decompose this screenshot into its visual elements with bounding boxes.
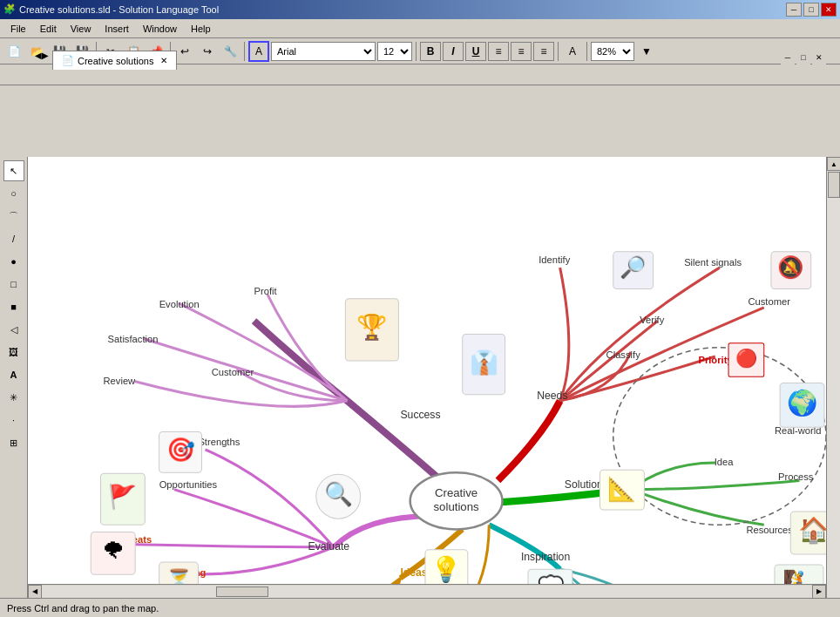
separator-4 [416,42,417,61]
title-bar: 🧩 Creative solutions.sld - Solution Lang… [0,0,840,19]
menu-window[interactable]: Window [136,22,184,36]
svg-text:Strengths: Strengths [198,437,240,447]
svg-text:Satisfaction: Satisfaction [108,334,159,344]
horizontal-scrollbar-container: ◀ ▶ [28,584,826,598]
tool-select[interactable]: ↖ [3,160,24,181]
left-sidebar: ↖ ○ ⌒ / ● □ ■ ◁ 🖼 A ✳ · ⊞ ⊳ [0,157,28,617]
tab-minimize-button[interactable]: ─ [781,51,795,64]
menu-help[interactable]: Help [184,22,218,36]
svg-text:🌍: 🌍 [787,388,818,418]
redo-button[interactable]: ↪ [197,41,218,62]
tool-curve[interactable]: ⌒ [3,206,24,227]
menu-file[interactable]: File [3,22,33,36]
scroll-track-v [827,171,840,617]
status-bar: Press Ctrl and drag to pan the map. [0,598,840,617]
tool-rect[interactable]: □ [3,274,24,295]
align-left-button[interactable]: ≡ [488,42,509,61]
scroll-up-button[interactable]: ▲ [827,157,840,171]
tool-star[interactable]: ✳ [3,387,24,408]
close-button[interactable]: ✕ [821,3,837,17]
scroll-right-button[interactable]: ▶ [812,585,826,599]
svg-text:🌪: 🌪 [102,538,125,564]
svg-text:Silent signals: Silent signals [684,257,742,268]
bold-button[interactable]: B [420,42,441,61]
svg-text:Review: Review [104,376,137,387]
tool-table[interactable]: ⊞ [3,432,24,453]
svg-text:Priority: Priority [698,355,733,365]
tool-text[interactable]: A [3,364,24,385]
svg-text:Verify: Verify [640,315,664,325]
maximize-button[interactable]: □ [803,3,819,17]
align-center-button[interactable]: ≡ [511,42,532,61]
tool-image[interactable]: 🖼 [3,342,24,363]
svg-text:🏆: 🏆 [356,312,388,342]
svg-text:Identify: Identify [539,254,570,265]
svg-text:🚩: 🚩 [108,483,138,511]
svg-text:🎯: 🎯 [166,436,196,464]
mindmap-svg: Creative solutions Success Profit Evolut… [28,157,826,617]
undo-button[interactable]: ↩ [174,41,195,62]
new-button[interactable]: 📄 [3,41,24,62]
menu-insert[interactable]: Insert [98,22,136,36]
tool-ellipse[interactable]: ○ [3,183,24,204]
svg-text:Customer: Customer [748,296,790,307]
tool-circle[interactable]: ● [3,251,24,272]
svg-text:Resources: Resources [746,525,793,535]
svg-text:Profit: Profit [254,286,278,296]
app-icon: 🧩 [3,3,16,16]
workspace: ↖ ○ ⌒ / ● □ ■ ◁ 🖼 A ✳ · ⊞ ⊳ [0,157,840,617]
italic-button[interactable]: I [443,42,464,61]
vertical-scrollbar[interactable]: ▲ ▼ [826,157,840,617]
window-controls: ─ □ ✕ [786,3,837,17]
separator-6 [586,42,587,61]
tab-label: Creative solutions [78,56,153,66]
align-right-button[interactable]: ≡ [533,42,554,61]
svg-text:🔎: 🔎 [620,254,647,281]
scroll-track-h [42,586,812,598]
svg-text:Idea: Idea [715,457,735,467]
font-selector[interactable]: Arial [271,42,376,61]
svg-text:Success: Success [400,409,440,421]
svg-text:Ideas: Ideas [400,566,427,579]
color-button[interactable]: A [562,41,583,62]
tab-bar: ◀ ▶ 📄 Creative solutions ✕ ─ □ ✕ [0,64,840,85]
tool-button[interactable]: 🔧 [220,41,240,62]
minimize-button[interactable]: ─ [786,3,802,17]
menu-edit[interactable]: Edit [33,22,64,36]
svg-text:👔: 👔 [470,349,499,376]
format-button[interactable]: A [248,41,269,62]
tab-prev-button[interactable]: ◀ [35,51,42,60]
tool-arrow[interactable]: ◁ [3,319,24,340]
scroll-left-button[interactable]: ◀ [28,585,42,599]
tab-creative-solutions[interactable]: 📄 Creative solutions ✕ [52,51,177,70]
svg-text:Classify: Classify [606,349,641,360]
zoom-dropdown-button[interactable]: ▼ [636,41,657,62]
canvas-area[interactable]: Creative solutions Success Profit Evolut… [28,157,826,617]
font-size-selector[interactable]: 12 [377,42,412,61]
svg-text:Opportunities: Opportunities [159,479,218,490]
zoom-selector[interactable]: 82% 100% 75% 50% [591,42,634,61]
underline-button[interactable]: U [465,42,486,61]
svg-rect-0 [28,161,826,617]
svg-text:Process: Process [778,471,814,482]
svg-text:🔕: 🔕 [777,254,804,281]
scroll-thumb-v[interactable] [828,172,840,198]
svg-text:🏠: 🏠 [798,515,826,546]
status-message: Press Ctrl and drag to pan the map. [7,603,159,614]
scroll-thumb-h[interactable] [216,586,268,597]
tab-next-button[interactable]: ▶ [42,51,49,60]
svg-text:Evolution: Evolution [159,299,200,309]
svg-text:Customer: Customer [212,367,254,377]
window-title: Creative solutions.sld - Solution Langua… [19,4,786,15]
svg-text:solutions: solutions [434,500,480,513]
tool-square[interactable]: ■ [3,296,24,317]
tool-line[interactable]: / [3,228,24,249]
tab-maximize-button[interactable]: □ [796,51,810,64]
svg-text:🔴: 🔴 [735,348,758,370]
separator-3 [244,42,245,61]
tool-dot[interactable]: · [3,410,24,431]
menu-view[interactable]: View [64,22,98,36]
tab-close-doc-button[interactable]: ✕ [812,51,826,64]
horizontal-scrollbar: ◀ ▶ [28,585,826,598]
tab-close-button[interactable]: ✕ [160,56,167,65]
